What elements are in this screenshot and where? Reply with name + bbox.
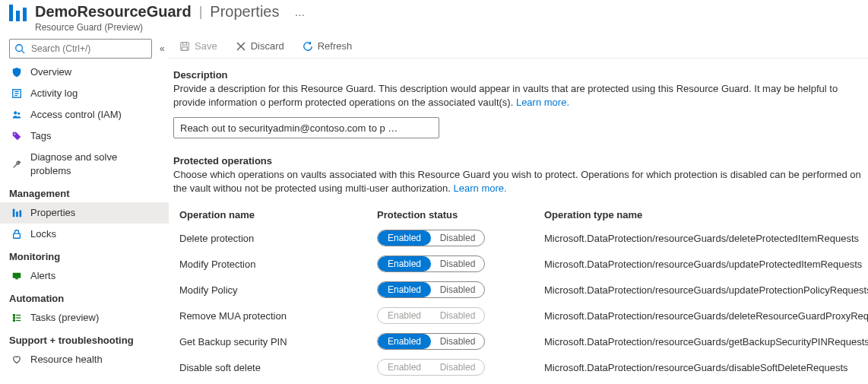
sidebar-item-label: Tasks (preview) [30,311,99,325]
operation-name-cell: Get Backup security PIN [179,336,377,348]
protected-ops-body: Choose which operations on vaults associ… [173,168,863,195]
sidebar-item-label: Resource health [30,353,103,367]
toggle-option-enabled[interactable]: Enabled [378,256,431,271]
search-input[interactable] [30,43,147,55]
discard-label: Discard [251,40,284,52]
sidebar-item-label: Properties [30,206,75,220]
sidebar-item-activity-log[interactable]: Activity log [0,83,169,104]
operation-name-cell: Remove MUA protection [179,310,377,322]
sidebar-item-label: Locks [30,227,56,241]
resource-name: DemoResourceGuard [35,3,192,21]
toggle-option-disabled[interactable]: Disabled [431,334,484,349]
sidebar-item-label: Access control (IAM) [30,108,122,122]
discard-button[interactable]: Discard [233,39,287,53]
refresh-button[interactable]: Refresh [299,39,356,53]
svg-rect-13 [13,273,21,278]
toggle-option-disabled[interactable]: Disabled [431,256,484,271]
protected-ops-learn-more-link[interactable]: Learn more. [454,182,507,194]
sidebar-item-tags[interactable]: Tags [0,125,169,147]
sidebar-group-heading: Automation [0,287,169,307]
toggle-option-disabled: Disabled [431,360,484,375]
sidebar-item-label: Overview [30,65,71,79]
table-row: Remove MUA protectionEnabledDisabledMicr… [173,303,863,328]
protection-status-toggle[interactable]: EnabledDisabled [377,281,485,298]
svg-rect-14 [15,278,18,280]
col-protection-status: Protection status [377,209,544,221]
description-input[interactable] [173,117,439,138]
operation-type-name-cell: Microsoft.DataProtection/resourceGuards/… [544,336,868,348]
svg-point-0 [16,45,23,52]
page-title: Properties [210,3,279,21]
toggle-option-enabled[interactable]: Enabled [378,334,431,349]
toggle-option-enabled: Enabled [378,360,431,375]
operation-type-name-cell: Microsoft.DataProtection/resourceGuards/… [544,362,857,373]
shield-icon [11,66,23,78]
sidebar-item-label: Alerts [30,269,55,283]
svg-line-1 [22,51,25,54]
svg-point-17 [13,317,14,319]
sidebar-item-properties[interactable]: Properties [0,202,169,224]
discard-icon [236,41,246,52]
sidebar-item-access-control[interactable]: Access control (IAM) [0,104,169,125]
protection-status-toggle[interactable]: EnabledDisabled [377,333,485,350]
more-actions-button[interactable]: … [294,6,306,18]
table-header-row: Operation name Protection status Operati… [173,205,863,225]
svg-rect-10 [16,211,18,217]
sidebar-item-alerts[interactable]: Alerts [0,265,169,287]
operation-name-cell: Modify Protection [179,259,377,270]
toggle-option-enabled: Enabled [378,308,431,323]
sidebar-item-label: Tags [30,129,51,143]
protection-status-toggle: EnabledDisabled [377,307,485,324]
sidebar: « OverviewActivity logAccess control (IA… [0,34,169,384]
sidebar-group-heading: Monitoring [0,245,169,265]
protected-ops-table: Operation name Protection status Operati… [173,205,863,380]
operation-type-name-cell: Microsoft.DataProtection/resourceGuards/… [544,284,868,296]
table-row: Disable soft deleteEnabledDisabledMicros… [173,354,863,380]
svg-rect-11 [20,211,22,217]
save-label: Save [195,40,217,52]
collapse-sidebar-button[interactable]: « [158,42,166,56]
sidebar-item-label: Activity log [30,87,78,100]
svg-point-7 [17,113,20,115]
svg-point-19 [13,319,14,321]
refresh-label: Refresh [318,40,353,52]
protected-ops-heading: Protected operations [173,155,863,167]
toggle-option-disabled[interactable]: Disabled [431,230,484,246]
toggle-option-disabled[interactable]: Disabled [431,282,484,297]
sidebar-item-resource-health[interactable]: Resource health [0,349,169,370]
protection-status-toggle: EnabledDisabled [377,359,485,376]
toggle-option-enabled[interactable]: Enabled [378,282,431,297]
sidebar-item-overview[interactable]: Overview [0,62,169,83]
svg-rect-9 [13,209,15,217]
alerts-icon [11,270,23,282]
protection-status-toggle[interactable]: EnabledDisabled [377,230,485,246]
description-learn-more-link[interactable]: Learn more. [516,97,569,108]
svg-rect-22 [182,42,186,45]
operation-name-cell: Delete protection [179,233,377,244]
sidebar-group-heading: Support + troubleshooting [0,328,169,349]
description-heading: Description [173,69,863,81]
resource-type-subtitle: Resource Guard (Preview) [35,22,306,33]
search-box[interactable] [9,39,152,59]
sidebar-item-diagnose[interactable]: Diagnose and solve problems [0,147,169,182]
svg-rect-12 [14,233,21,238]
sidebar-item-tasks[interactable]: Tasks (preview) [0,307,169,328]
svg-rect-23 [182,46,188,49]
titlebar: DemoResourceGuard | Properties … Resourc… [0,0,868,34]
people-icon [11,109,23,121]
col-operation-name: Operation name [179,209,377,221]
description-body: Provide a description for this Resource … [173,82,863,109]
table-row: Delete protectionEnabledDisabledMicrosof… [173,225,863,251]
lock-icon [11,228,23,240]
toggle-option-enabled[interactable]: Enabled [378,230,431,246]
table-row: Modify ProtectionEnabledDisabledMicrosof… [173,251,863,277]
title-separator: | [199,4,203,20]
save-icon [179,41,190,52]
wrench-icon [11,158,23,170]
sidebar-group-heading: Management [0,182,169,202]
operation-name-cell: Modify Policy [179,284,377,296]
protection-status-toggle[interactable]: EnabledDisabled [377,255,485,272]
sidebar-item-locks[interactable]: Locks [0,224,169,245]
save-button[interactable]: Save [176,39,220,53]
resource-guard-icon [9,5,27,23]
